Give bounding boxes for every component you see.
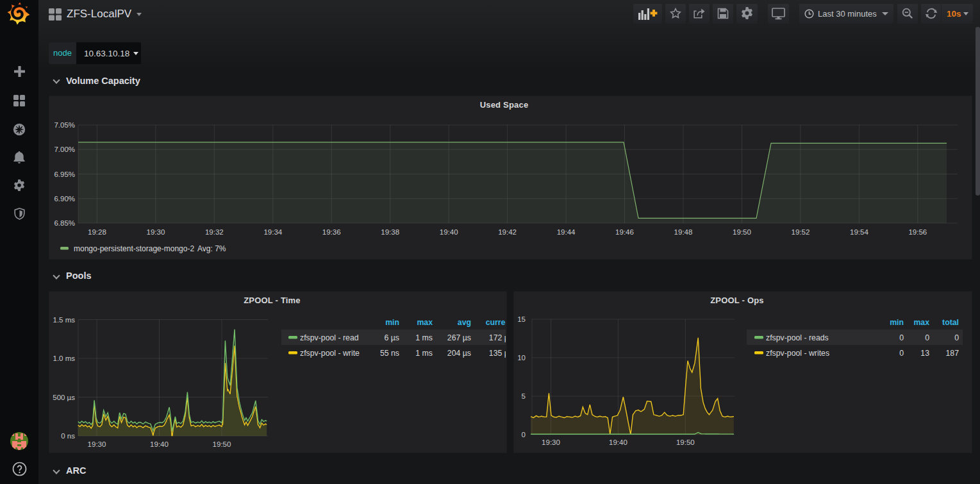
svg-text:min: min — [385, 318, 399, 327]
svg-text:min: min — [890, 318, 904, 327]
svg-text:267 µs: 267 µs — [447, 333, 471, 342]
svg-text:19:46: 19:46 — [615, 228, 634, 236]
svg-text:6.85%: 6.85% — [54, 219, 75, 227]
svg-text:55 ns: 55 ns — [380, 349, 399, 358]
svg-text:6.90%: 6.90% — [54, 195, 75, 203]
svg-text:19:38: 19:38 — [381, 228, 399, 236]
svg-text:max: max — [913, 318, 929, 327]
svg-text:6.95%: 6.95% — [54, 171, 75, 178]
svg-text:19:50: 19:50 — [213, 440, 231, 448]
svg-text:19:56: 19:56 — [908, 228, 927, 236]
svg-text:19:50: 19:50 — [733, 228, 751, 236]
svg-text:19:48: 19:48 — [674, 228, 693, 236]
svg-text:19:36: 19:36 — [322, 228, 341, 236]
svg-text:1 ms: 1 ms — [415, 333, 433, 342]
svg-text:13: 13 — [920, 349, 929, 358]
svg-text:19:40: 19:40 — [609, 438, 627, 446]
svg-text:187: 187 — [945, 349, 959, 358]
svg-text:max: max — [417, 318, 433, 327]
svg-text:7.00%: 7.00% — [54, 146, 75, 153]
svg-text:1 ms: 1 ms — [415, 349, 433, 358]
svg-text:current: current — [486, 318, 513, 327]
svg-text:1.0 ms: 1.0 ms — [53, 355, 75, 362]
svg-text:19:40: 19:40 — [150, 440, 169, 448]
svg-text:135 µs: 135 µs — [489, 349, 513, 358]
svg-text:19:30: 19:30 — [542, 438, 560, 446]
svg-text:19:50: 19:50 — [676, 438, 695, 446]
svg-text:7.05%: 7.05% — [54, 121, 75, 129]
svg-text:0: 0 — [925, 333, 929, 342]
svg-text:19:52: 19:52 — [792, 228, 810, 236]
svg-text:1.5 ms: 1.5 ms — [53, 316, 75, 324]
svg-text:0: 0 — [954, 333, 959, 342]
svg-text:19:32: 19:32 — [205, 228, 224, 236]
svg-text:19:30: 19:30 — [88, 440, 106, 448]
svg-text:172 µs: 172 µs — [489, 333, 513, 342]
svg-text:15: 15 — [517, 315, 526, 323]
svg-text:500 µs: 500 µs — [53, 394, 75, 401]
svg-text:0: 0 — [522, 431, 526, 438]
svg-text:19:44: 19:44 — [557, 228, 576, 236]
svg-text:6 µs: 6 µs — [385, 333, 400, 342]
svg-text:0 ns: 0 ns — [61, 432, 75, 440]
svg-text:avg: avg — [458, 318, 471, 327]
svg-text:10: 10 — [517, 354, 526, 362]
svg-text:mongo-persistent-storage-mongo: mongo-persistent-storage-mongo-2 — [74, 244, 194, 253]
svg-text:zfspv-pool - writes: zfspv-pool - writes — [766, 349, 829, 358]
svg-text:19:54: 19:54 — [850, 228, 868, 236]
svg-text:19:40: 19:40 — [440, 228, 458, 236]
svg-text:total: total — [942, 318, 959, 327]
svg-text:19:42: 19:42 — [498, 228, 517, 236]
svg-text:19:34: 19:34 — [263, 228, 282, 236]
svg-text:204 µs: 204 µs — [447, 349, 471, 358]
svg-text:19:30: 19:30 — [147, 228, 165, 236]
svg-text:zfspv-pool - read: zfspv-pool - read — [300, 333, 359, 342]
svg-text:5: 5 — [522, 392, 526, 400]
svg-text:Avg: 7%: Avg: 7% — [197, 244, 226, 253]
svg-text:0: 0 — [899, 333, 904, 342]
svg-text:0: 0 — [899, 349, 904, 358]
svg-text:19:28: 19:28 — [88, 228, 106, 236]
svg-text:zfspv-pool - reads: zfspv-pool - reads — [766, 333, 829, 342]
svg-text:zfspv-pool - write: zfspv-pool - write — [300, 349, 360, 358]
